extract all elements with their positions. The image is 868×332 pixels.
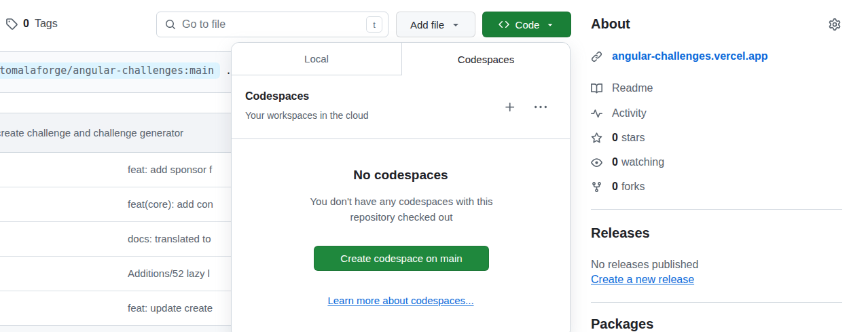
readme-link[interactable]: Readme — [591, 82, 653, 94]
add-file-label: Add file — [410, 19, 444, 31]
learn-more-link[interactable]: Learn more about codespaces... — [327, 295, 473, 306]
tab-codespaces[interactable]: Codespaces — [402, 43, 570, 75]
sidebar-divider — [591, 209, 842, 210]
kebab-horizontal-icon — [535, 101, 547, 113]
commit-message-link[interactable]: feat(core): add con — [128, 187, 213, 221]
tags-count: 0 — [23, 18, 29, 30]
pulse-icon — [591, 108, 602, 119]
forks-label: forks — [621, 181, 645, 193]
star-icon — [591, 132, 602, 144]
book-icon — [591, 83, 602, 94]
packages-heading: Packages — [591, 316, 653, 332]
repo-sidebar: About angular-challenges.vercel.app Read… — [591, 0, 842, 332]
go-to-file-search[interactable]: t — [156, 12, 388, 37]
add-file-button[interactable]: Add file — [396, 12, 475, 37]
code-dropdown-panel: Local Codespaces Codespaces Your workspa… — [231, 42, 571, 332]
tag-icon — [5, 18, 18, 30]
commit-message-link[interactable]: feat: update create — [128, 291, 213, 325]
releases-heading: Releases — [591, 225, 650, 241]
github-repo-page: 0 Tags t Add file Code tomalaforge/angul… — [0, 0, 868, 332]
tab-local[interactable]: Local — [232, 43, 402, 75]
about-heading: About — [591, 16, 630, 32]
website-link[interactable]: angular-challenges.vercel.app — [612, 50, 767, 62]
code-button[interactable]: Code — [482, 12, 571, 37]
link-icon — [591, 51, 602, 62]
readme-label: Readme — [612, 82, 653, 94]
activity-label: Activity — [612, 107, 647, 119]
watching-link[interactable]: 0 watching — [591, 156, 664, 168]
stars-link[interactable]: 0 stars — [591, 132, 645, 144]
sidebar-divider — [591, 302, 842, 303]
search-icon — [165, 19, 176, 30]
codespaces-panel-title: Codespaces — [245, 90, 309, 103]
create-codespace-button[interactable]: Create codespace on main — [314, 246, 489, 271]
learn-more-row: Learn more about codespaces... — [232, 295, 570, 306]
stars-count: 0 — [612, 132, 618, 144]
commit-message-link[interactable]: docs: translated to — [128, 222, 211, 256]
codespaces-more-options-button[interactable] — [533, 100, 548, 115]
triangle-down-icon — [545, 20, 555, 29]
plus-icon — [504, 101, 516, 113]
tags-label: Tags — [35, 18, 58, 30]
branch-ref-link[interactable]: tomalaforge/angular-challenges:main — [0, 62, 220, 79]
commit-message-link[interactable]: Additions/52 lazy l — [128, 257, 210, 291]
tags-link[interactable]: 0 Tags — [5, 18, 58, 30]
fork-icon — [591, 181, 602, 193]
panel-divider — [232, 139, 570, 139]
branch-ref-snippet: tomalaforge/angular-challenges:main . — [0, 62, 232, 79]
commit-message-link[interactable]: feat: add sponsor f — [128, 153, 212, 187]
gear-icon — [829, 18, 841, 31]
new-codespace-button[interactable] — [503, 100, 518, 115]
releases-empty-text: No releases published — [591, 259, 698, 271]
code-button-label: Code — [516, 19, 540, 31]
watching-label: watching — [621, 156, 664, 168]
triangle-down-icon — [450, 19, 461, 30]
latest-commit-message[interactable]: create challenge and challenge generator — [0, 113, 183, 152]
no-codespaces-description: You don't have any codespaces with this … — [296, 193, 507, 225]
no-codespaces-title: No codespaces — [232, 168, 570, 183]
activity-link[interactable]: Activity — [591, 107, 647, 119]
create-release-link[interactable]: Create a new release — [591, 274, 694, 286]
keyboard-shortcut-badge: t — [366, 16, 382, 33]
edit-repo-settings-button[interactable] — [829, 18, 841, 31]
codespaces-panel-subtitle: Your workspaces in the cloud — [245, 110, 369, 121]
eye-icon — [591, 157, 602, 168]
website-row: angular-challenges.vercel.app — [591, 50, 767, 62]
watching-count: 0 — [612, 156, 618, 168]
forks-count: 0 — [612, 181, 618, 193]
code-icon — [499, 19, 509, 30]
search-input[interactable] — [182, 18, 360, 31]
forks-link[interactable]: 0 forks — [591, 181, 645, 193]
stars-label: stars — [621, 132, 645, 144]
code-dropdown-tabs: Local Codespaces — [232, 43, 570, 75]
